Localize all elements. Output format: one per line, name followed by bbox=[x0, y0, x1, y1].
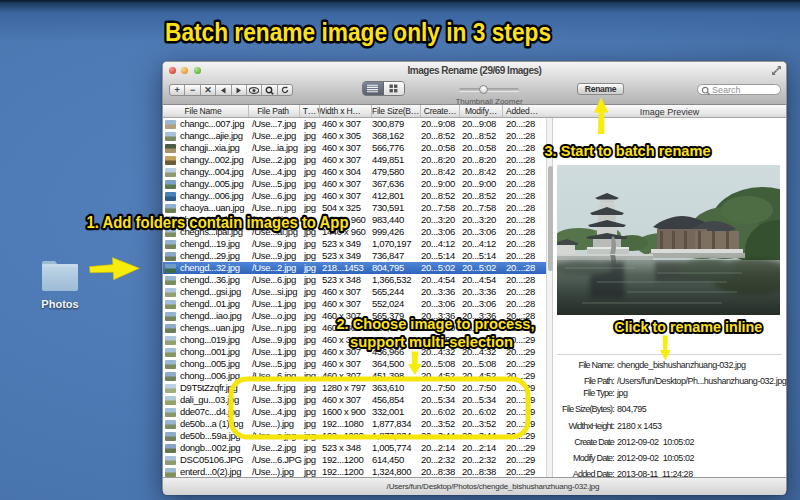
svg-text:Batch rename image only in 3 s: Batch rename image only in 3 steps bbox=[165, 17, 551, 47]
